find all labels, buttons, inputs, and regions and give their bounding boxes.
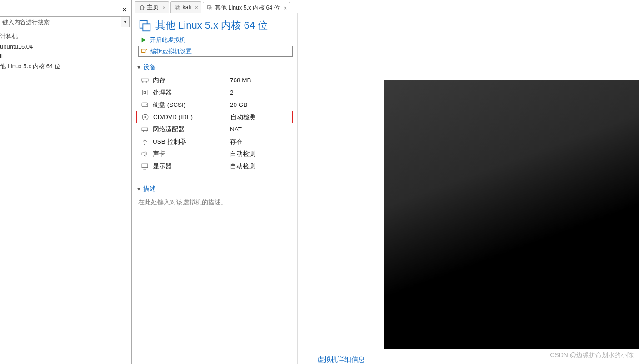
tree-item[interactable]: 他 Linux 5.x 内核 64 位: [0, 61, 131, 72]
main-area: 主页 × kali × 其他 Linux 5.x 内核 64 位 ×: [132, 0, 639, 364]
tab-close-icon[interactable]: ×: [284, 5, 287, 11]
vm-details-link[interactable]: 虚拟机详细信息: [317, 355, 365, 364]
vm-preview-panel: [298, 13, 639, 364]
tree-item[interactable]: ubuntu16.04: [0, 42, 131, 51]
svg-point-18: [144, 116, 145, 118]
action-label: 开启此虚拟机: [150, 36, 185, 44]
device-value: 自动检测: [230, 113, 256, 121]
device-row-usb[interactable]: USB 控制器 存在: [136, 135, 293, 148]
device-value: 2: [230, 89, 234, 96]
svg-rect-19: [142, 128, 148, 130]
svg-rect-13: [142, 90, 147, 95]
device-row-display[interactable]: 显示器 自动检测: [136, 160, 293, 172]
svg-rect-24: [142, 164, 148, 168]
vm-icon: [175, 4, 181, 10]
sidebar-search: ▾: [0, 16, 130, 27]
library-sidebar: × ▾ 计算机 ubuntu16.04 li 他 Linux 5.x 内核 64…: [0, 0, 132, 364]
svg-marker-23: [142, 151, 145, 156]
vm-title: 其他 Linux 5.x 内核 64 位: [138, 19, 293, 32]
search-input[interactable]: [0, 16, 121, 27]
device-row-sound[interactable]: 声卡 自动检测: [136, 148, 293, 160]
device-row-cddvd[interactable]: CD/DVD (IDE) 自动检测: [136, 111, 293, 123]
tab-home[interactable]: 主页 ×: [135, 1, 169, 13]
tab-bar: 主页 × kali × 其他 Linux 5.x 内核 64 位 ×: [132, 0, 639, 13]
tab-kali[interactable]: kali ×: [170, 1, 201, 13]
svg-marker-6: [142, 38, 146, 43]
section-title: 设备: [143, 63, 156, 71]
device-value: 自动检测: [230, 150, 255, 158]
tab-label: 主页: [147, 4, 159, 11]
cpu-icon: [140, 88, 149, 97]
tab-other-linux[interactable]: 其他 Linux 5.x 内核 64 位 ×: [203, 2, 290, 13]
vm-screen-thumbnail: [384, 80, 639, 349]
edit-icon: [140, 48, 148, 55]
device-label: 硬盘 (SCSI): [153, 101, 230, 109]
vm-icon: [138, 19, 151, 32]
device-value: 自动检测: [230, 162, 255, 170]
cd-icon: [140, 113, 150, 122]
device-value: 20 GB: [230, 101, 247, 108]
svg-point-16: [146, 104, 147, 105]
device-value: 存在: [230, 138, 243, 146]
vm-details-panel: 其他 Linux 5.x 内核 64 位 开启此虚拟机 编辑虚拟机设置: [132, 13, 298, 364]
tree-item[interactable]: li: [0, 51, 131, 61]
vm-tree: 计算机 ubuntu16.04 li 他 Linux 5.x 内核 64 位: [0, 28, 131, 72]
device-value: NAT: [230, 126, 242, 133]
description-section-header[interactable]: ▼ 描述: [136, 185, 293, 193]
device-row-network[interactable]: 网络适配器 NAT: [136, 123, 293, 135]
tab-label: 其他 Linux 5.x 内核 64 位: [215, 4, 280, 12]
svg-rect-8: [141, 79, 148, 81]
device-row-disk[interactable]: 硬盘 (SCSI) 20 GB: [136, 99, 293, 111]
vm-title-text: 其他 Linux 5.x 内核 64 位: [155, 19, 268, 32]
svg-rect-14: [144, 91, 145, 93]
action-label: 编辑虚拟机设置: [150, 47, 192, 55]
network-icon: [140, 125, 149, 134]
description-placeholder[interactable]: 在此处键入对该虚拟机的描述。: [136, 196, 293, 207]
vm-actions: 开启此虚拟机 编辑虚拟机设置: [138, 34, 293, 57]
device-row-cpu[interactable]: 处理器 2: [136, 86, 293, 99]
devices-section-header[interactable]: ▼ 设备: [136, 63, 293, 71]
chevron-down-icon: ▼: [136, 65, 141, 70]
svg-point-17: [142, 114, 148, 120]
play-icon: [140, 36, 147, 44]
tab-close-icon[interactable]: ×: [195, 4, 198, 11]
svg-rect-5: [143, 24, 150, 31]
tree-item[interactable]: 计算机: [0, 31, 131, 42]
device-label: 网络适配器: [153, 125, 230, 134]
display-icon: [140, 162, 149, 171]
device-value: 768 MB: [230, 77, 251, 84]
close-icon[interactable]: ×: [122, 6, 127, 14]
device-row-memory[interactable]: 内存 768 MB: [136, 74, 293, 86]
device-label: 显示器: [153, 162, 230, 170]
device-label: 声卡: [153, 150, 230, 158]
section-title: 描述: [143, 185, 156, 193]
device-label: USB 控制器: [153, 138, 230, 146]
usb-icon: [140, 137, 149, 146]
search-dropdown-icon[interactable]: ▾: [121, 16, 130, 27]
tab-close-icon[interactable]: ×: [162, 4, 166, 11]
sound-icon: [140, 150, 149, 159]
devices-list: 内存 768 MB 处理器 2 硬盘 (SCSI) 20 GB: [136, 74, 293, 172]
memory-icon: [140, 76, 149, 85]
vm-icon: [207, 5, 213, 11]
device-label: 处理器: [153, 89, 230, 97]
device-label: 内存: [153, 76, 230, 85]
power-on-link[interactable]: 开启此虚拟机: [138, 34, 293, 46]
device-label: CD/DVD (IDE): [153, 114, 230, 120]
chevron-down-icon: ▼: [136, 186, 141, 192]
disk-icon: [140, 100, 149, 110]
edit-settings-link[interactable]: 编辑虚拟机设置: [138, 46, 293, 57]
home-icon: [139, 4, 145, 10]
tab-label: kali: [183, 4, 191, 10]
svg-point-22: [144, 144, 145, 145]
watermark-text: CSDN @边缘拼命划水的小陈: [550, 351, 634, 359]
